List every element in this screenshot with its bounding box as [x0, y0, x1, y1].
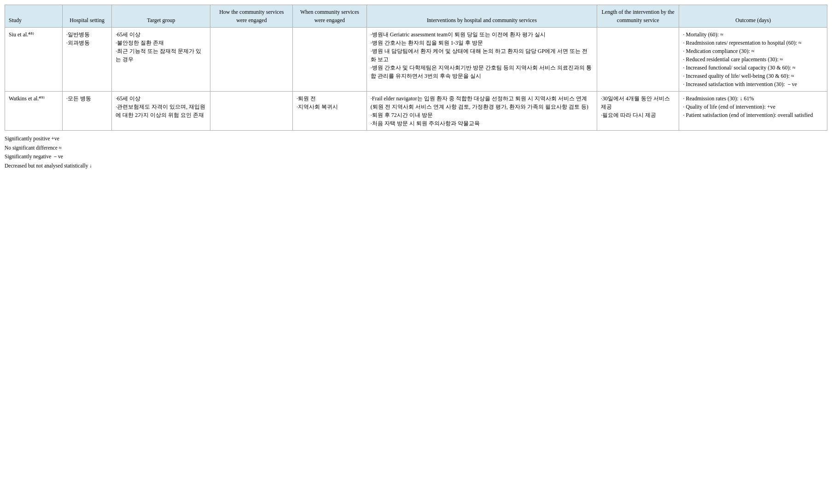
- cell-when_engaged: [293, 28, 367, 92]
- cell-length: ·30일에서 4개월 동안 서비스 제공·필요에 따라 다시 제공: [597, 92, 679, 131]
- cell-hospital_setting: ·모든 병동: [63, 92, 112, 131]
- footer-line: Decreased but not analysed statistically…: [5, 162, 827, 171]
- cell-study: Watkins et al.⁴⁹⁾: [5, 92, 63, 131]
- header-length: Length of the intervention by the commun…: [597, 5, 679, 28]
- cell-length: [597, 28, 679, 92]
- cell-target_group: ·65세 이상·관련보험제도 자격이 있으며, 재입원에 대한 2가지 이상의 …: [112, 92, 210, 131]
- header-how: How the community services were engaged: [210, 5, 293, 28]
- footer-line: No significant difference ≈: [5, 144, 827, 153]
- cell-when_engaged: ·퇴원 전·지역사회 복귀시: [293, 92, 367, 131]
- header-target: Target group: [112, 5, 210, 28]
- cell-study: Siu et al.⁴⁸⁾: [5, 28, 63, 92]
- cell-interventions: ·Frail elder navigator는 입원 환자 중 적합한 대상을 …: [367, 92, 597, 131]
- footer-notes: Significantly positive +veNo significant…: [5, 134, 827, 170]
- header-when: When community services were engaged: [293, 5, 367, 28]
- cell-interventions: ·병원내 Geriatric assessment team이 퇴원 당일 또는…: [367, 28, 597, 92]
- cell-how_engaged: [210, 28, 293, 92]
- footer-line: Significantly negative －ve: [5, 152, 827, 162]
- cell-outcome: · Mortality (60): ≈· Readmission rates/ …: [679, 28, 827, 92]
- header-interventions: Interventions by hospital and community …: [367, 5, 597, 28]
- header-outcome: Outcome (days): [679, 5, 827, 28]
- cell-outcome: · Readmission rates (30): ↓ 61%· Quality…: [679, 92, 827, 131]
- table-row: Siu et al.⁴⁸⁾·일반병동·외과병동·65세 이상·불안정한 질환 존…: [5, 28, 827, 92]
- cell-target_group: ·65세 이상·불안정한 질환 존재·최근 기능적 또는 잠재적 문제가 있는 …: [112, 28, 210, 92]
- cell-how_engaged: [210, 92, 293, 131]
- footer-line: Significantly positive +ve: [5, 134, 827, 144]
- header-hospital: Hospital setting: [63, 5, 112, 28]
- header-study: Study: [5, 5, 63, 28]
- cell-hospital_setting: ·일반병동·외과병동: [63, 28, 112, 92]
- main-table: Study Hospital setting Target group How …: [5, 5, 827, 131]
- table-row: Watkins et al.⁴⁹⁾·모든 병동·65세 이상·관련보험제도 자격…: [5, 92, 827, 131]
